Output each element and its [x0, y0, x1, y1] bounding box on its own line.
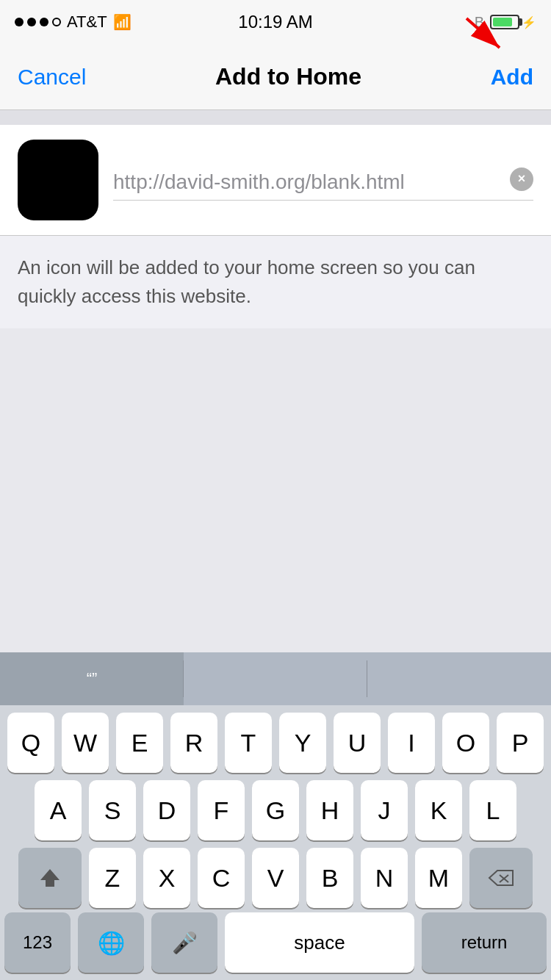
key-t[interactable]: T	[225, 713, 272, 773]
nav-bar: Cancel Add to Home Add	[0, 44, 551, 110]
predictive-right[interactable]	[367, 652, 551, 705]
status-time: 10:19 AM	[238, 12, 312, 32]
key-s[interactable]: S	[89, 780, 136, 840]
return-button[interactable]: return	[422, 912, 547, 973]
key-i[interactable]: I	[388, 713, 435, 773]
key-h[interactable]: H	[306, 780, 353, 840]
key-e[interactable]: E	[116, 713, 163, 773]
key-r[interactable]: R	[170, 713, 217, 773]
return-label: return	[461, 932, 508, 953]
wifi-icon: 📶	[113, 13, 132, 31]
key-y[interactable]: Y	[279, 713, 326, 773]
predictive-row: “”	[0, 652, 551, 705]
signal-dot-4	[52, 18, 61, 26]
key-q[interactable]: Q	[7, 713, 54, 773]
key-rows: Q W E R T Y U I O P A S D F G H J K	[0, 705, 551, 912]
signal-dot-2	[27, 18, 36, 26]
key-row-1: Q W E R T Y U I O P	[4, 713, 547, 773]
space-button[interactable]: space	[225, 912, 414, 973]
key-g[interactable]: G	[252, 780, 299, 840]
carrier-label: AT&T	[67, 12, 107, 32]
key-f[interactable]: F	[198, 780, 245, 840]
charging-icon: ⚡	[522, 15, 536, 29]
key-m[interactable]: M	[415, 848, 462, 908]
description-section: An icon will be added to your home scree…	[0, 236, 551, 328]
key-z[interactable]: Z	[89, 848, 136, 908]
status-right: B ⚡	[475, 14, 536, 31]
key-j[interactable]: J	[361, 780, 408, 840]
battery-icon	[490, 15, 519, 29]
numbers-label: 123	[23, 932, 52, 953]
key-v[interactable]: V	[252, 848, 299, 908]
microphone-button[interactable]: 🎤	[151, 912, 217, 973]
predictive-left-label: “”	[87, 669, 98, 688]
bottom-row: 123 🌐 🎤 space return	[0, 912, 551, 980]
key-b[interactable]: B	[306, 848, 353, 908]
battery-container: ⚡	[490, 15, 536, 29]
key-k[interactable]: K	[415, 780, 462, 840]
key-n[interactable]: N	[361, 848, 408, 908]
url-input-area: ×	[113, 160, 533, 201]
backspace-icon	[488, 868, 514, 888]
globe-button[interactable]: 🌐	[78, 912, 144, 973]
keyboard: “” Q W E R T Y U I O P	[0, 652, 551, 980]
bluetooth-icon: B	[475, 14, 484, 31]
shift-icon	[39, 867, 61, 889]
key-p[interactable]: P	[497, 713, 544, 773]
top-divider	[0, 110, 551, 125]
key-l[interactable]: L	[469, 780, 516, 840]
clear-button[interactable]: ×	[510, 167, 533, 191]
key-d[interactable]: D	[143, 780, 190, 840]
add-button[interactable]: Add	[491, 65, 533, 90]
globe-icon: 🌐	[98, 930, 125, 956]
cancel-button[interactable]: Cancel	[18, 65, 86, 90]
status-left: AT&T 📶	[15, 12, 132, 32]
key-u[interactable]: U	[334, 713, 381, 773]
key-row-3: Z X C V B N M	[4, 848, 547, 908]
key-x[interactable]: X	[143, 848, 190, 908]
backspace-button[interactable]	[469, 848, 533, 908]
url-section: ×	[0, 125, 551, 236]
mic-icon: 🎤	[172, 931, 198, 955]
shift-button[interactable]	[18, 848, 82, 908]
page-title: Add to Home	[215, 63, 361, 90]
signal-dot-1	[15, 18, 24, 26]
app-icon	[18, 140, 98, 220]
status-bar: AT&T 📶 10:19 AM B ⚡	[0, 0, 551, 44]
content-spacer	[0, 328, 551, 512]
key-w[interactable]: W	[62, 713, 109, 773]
svg-marker-2	[40, 869, 60, 887]
key-o[interactable]: O	[442, 713, 489, 773]
description-text: An icon will be added to your home scree…	[18, 253, 533, 311]
key-c[interactable]: C	[198, 848, 245, 908]
predictive-middle[interactable]	[184, 652, 367, 705]
signal-dot-3	[40, 18, 48, 26]
key-a[interactable]: A	[35, 780, 82, 840]
key-row-2: A S D F G H J K L	[4, 780, 547, 840]
battery-fill	[493, 18, 512, 26]
predictive-left[interactable]: “”	[0, 652, 184, 705]
url-input[interactable]	[113, 170, 533, 201]
signal-dots	[15, 18, 61, 26]
space-label: space	[294, 932, 345, 954]
numbers-button[interactable]: 123	[4, 912, 71, 973]
